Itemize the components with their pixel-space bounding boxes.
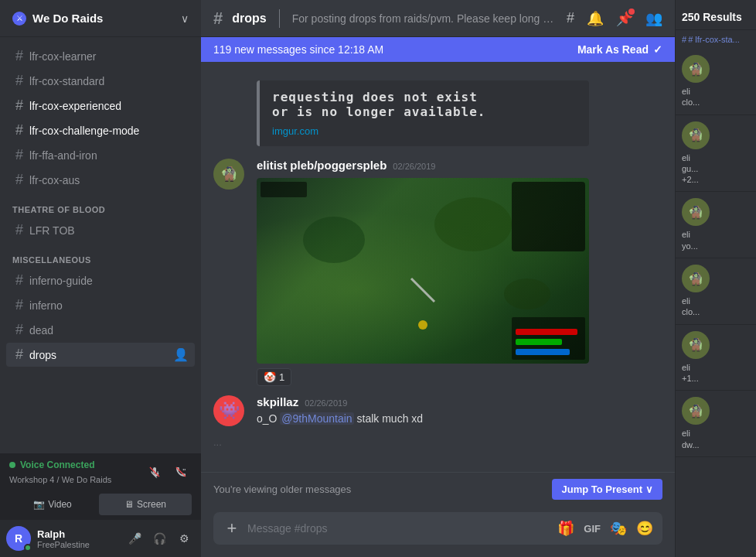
category-miscellaneous[interactable]: MISCELLANEOUS — [0, 243, 201, 268]
screen-label: Screen — [137, 499, 166, 510]
hash-icon: # — [15, 272, 23, 289]
channel-item-lfr-cox-learner[interactable]: # lfr-cox-learner — [6, 44, 195, 68]
embed-url[interactable]: imgur.com — [272, 125, 577, 137]
new-messages-text: 119 new messages since 12:18 AM — [213, 43, 383, 56]
gift-icon[interactable]: 🎁 — [557, 520, 574, 537]
header-icons: # 🔔 📌 👥 — [567, 10, 662, 27]
add-file-button[interactable]: + — [223, 518, 241, 538]
svg-rect-4 — [516, 329, 577, 335]
result-avatar: 🧌 — [682, 55, 710, 83]
game-ui-overlay — [257, 178, 589, 364]
embed-container: requesting does not exist or is no longe… — [244, 74, 675, 155]
message-text-after: stalk much xd — [354, 412, 423, 425]
result-avatar: 🧌 — [682, 121, 710, 149]
mention: @9thMountain — [280, 412, 353, 425]
channel-header-name: drops — [232, 12, 266, 26]
screen-share-button[interactable]: 🖥 Screen — [99, 494, 192, 515]
search-results-list: 🧌 eliclo... 🧌 eligu...+2... 🧌 eliyo... 🧌… — [676, 49, 756, 557]
headphone-button[interactable]: 🎧 — [148, 528, 170, 549]
voice-disconnect-button[interactable] — [170, 461, 192, 483]
notification-icon[interactable]: 📌 — [616, 10, 633, 27]
channel-item-lfr-cox-aus[interactable]: # lfr-cox-aus — [6, 168, 195, 192]
avatar: 👾 — [213, 395, 244, 426]
reaction[interactable]: 🤡 1 — [257, 368, 291, 386]
user-info: Ralph FreePalestine — [37, 528, 117, 549]
jump-chevron-icon: ∨ — [645, 484, 653, 495]
hash-icon: # — [15, 347, 23, 363]
search-result-item[interactable]: 🧌 eliyo... — [676, 192, 756, 258]
message-header: skpillaz 02/26/2019 — [257, 395, 662, 408]
message-content: skpillaz 02/26/2019 o_O @9thMountain sta… — [257, 395, 662, 427]
svg-point-11 — [434, 197, 512, 251]
message-timestamp: 02/26/2019 — [305, 398, 347, 408]
hash-icon: # — [15, 122, 23, 138]
screen-icon: 🖥 — [124, 499, 134, 510]
avatar: R — [6, 526, 31, 551]
user-area: R Ralph FreePalestine 🎤 🎧 ⚙ — [0, 520, 201, 557]
search-result-item[interactable]: 🧌 eli+1... — [676, 325, 756, 391]
members-icon[interactable]: 👥 — [645, 10, 662, 27]
right-sidebar: 250 Results # # lfr-cox-sta... 🧌 eliclo.… — [675, 0, 756, 557]
svg-rect-6 — [516, 349, 570, 355]
header-divider — [279, 9, 280, 28]
category-label: MISCELLANEOUS — [12, 255, 91, 265]
message-text: o_O @9thMountain stalk much xd — [257, 412, 662, 427]
video-button[interactable]: 📷 Video — [9, 494, 96, 515]
hashtag-icon[interactable]: # — [567, 10, 574, 26]
emoji-icon[interactable]: 😊 — [636, 520, 653, 537]
message-timestamp: 02/26/2019 — [393, 162, 435, 171]
voice-controls — [144, 461, 192, 483]
channel-label: lfr-cox-experienced — [29, 100, 121, 112]
channel-label: LFR TOB — [29, 224, 75, 237]
new-messages-banner: 119 new messages since 12:18 AM Mark As … — [201, 37, 675, 62]
hash-icon: # — [15, 48, 23, 64]
user-controls: 🎤 🎧 ⚙ — [124, 528, 195, 549]
channel-header: # drops For posting drops from raids/pvm… — [201, 0, 675, 37]
category-theatre-of-blood[interactable]: THEATRE OF BLOOD — [0, 193, 201, 217]
message-input[interactable] — [247, 522, 551, 535]
search-result-item[interactable]: 🧌 eliclo... — [676, 258, 756, 325]
channel-item-inferno[interactable]: # inferno — [6, 293, 195, 317]
svg-point-10 — [303, 217, 365, 263]
search-result-item[interactable]: 🧌 eligu...+2... — [676, 115, 756, 193]
channel-item-lfr-tob[interactable]: # LFR TOB — [6, 218, 195, 242]
sticker-icon[interactable]: 🎭 — [610, 520, 627, 537]
jump-label: Jump To Present — [561, 484, 642, 495]
jump-to-present-button[interactable]: Jump To Present ∨ — [552, 479, 662, 500]
result-text: eliclo... — [682, 296, 750, 318]
channel-item-drops[interactable]: # drops 👤 — [6, 343, 195, 367]
channel-item-dead[interactable]: # dead — [6, 318, 195, 342]
channel-item-lfr-cox-standard[interactable]: # lfr-cox-standard — [6, 69, 195, 93]
channel-item-lfr-ffa-and-iron[interactable]: # lfr-ffa-and-iron — [6, 143, 195, 167]
mark-as-read-label: Mark As Read — [577, 43, 649, 56]
gif-icon[interactable]: GIF — [584, 523, 601, 535]
message-row: 👾 skpillaz 02/26/2019 o_O @9thMountain s… — [201, 392, 675, 430]
mark-as-read-button[interactable]: Mark As Read ✓ — [577, 43, 662, 56]
message-content: elitist pleb/poggerspleb 02/26/2019 — [257, 159, 662, 386]
main-chat: # drops For posting drops from raids/pvm… — [201, 0, 675, 557]
settings-button[interactable]: ⚙ — [173, 528, 195, 549]
channel-label: drops — [29, 349, 56, 361]
messages-area[interactable]: requesting does not exist or is no longe… — [201, 62, 675, 472]
voice-mute-button[interactable] — [144, 461, 165, 483]
server-header[interactable]: ⚔ We Do Raids ∨ — [0, 0, 201, 37]
message-author: elitist pleb/poggerspleb — [257, 159, 387, 172]
search-result-item[interactable]: 🧌 elidw... — [676, 391, 756, 457]
username: Ralph — [37, 528, 117, 540]
partial-message: ... — [201, 433, 675, 451]
channel-item-inferno-guide[interactable]: # inferno-guide — [6, 268, 195, 292]
search-result-item[interactable]: 🧌 eliclo... — [676, 49, 756, 115]
hash-icon: # — [15, 222, 23, 238]
add-member-icon[interactable]: 👤 — [173, 347, 189, 362]
svg-point-12 — [504, 278, 550, 309]
svg-rect-7 — [261, 182, 307, 197]
bell-icon[interactable]: 🔔 — [587, 10, 604, 27]
mic-button[interactable]: 🎤 — [124, 528, 145, 549]
channel-header-hash-icon: # — [213, 9, 223, 29]
category-label: THEATRE OF BLOOD — [12, 205, 105, 214]
channel-item-lfr-cox-challenge-mode[interactable]: # lfr-cox-challenge-mode — [6, 118, 195, 142]
message-image — [257, 178, 589, 364]
server-icon: ⚔ — [12, 12, 26, 26]
channel-item-lfr-cox-experienced[interactable]: # lfr-cox-experienced — [6, 94, 195, 118]
hash-icon: # — [15, 322, 23, 338]
